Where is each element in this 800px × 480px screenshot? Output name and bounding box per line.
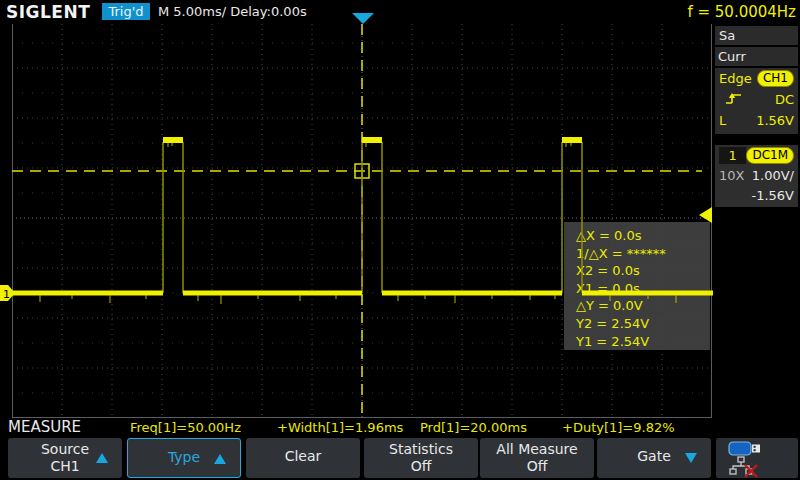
measure-period: Prd[1]=20.00ms	[420, 420, 527, 435]
channel-coupling-badge: DC1M	[746, 147, 794, 164]
statistics-button-label: Statistics	[364, 441, 478, 458]
usb-icon	[728, 440, 768, 457]
clear-button-label: Clear	[246, 438, 360, 474]
measure-freq: Freq[1]=50.00Hz	[130, 420, 241, 435]
vertical-scale-value: 1.00V/	[752, 168, 794, 183]
pulse-edges	[163, 142, 582, 293]
siglent-logo: SIGLENT	[6, 2, 90, 22]
graticule-grid	[0, 24, 713, 418]
trigger-position-marker-icon[interactable]	[352, 13, 374, 24]
clear-button[interactable]: Clear	[246, 438, 360, 478]
memory-depth-readout: Curr 17.5Mpts	[715, 47, 798, 66]
cursor-readout-panel: △X = 0.0s 1/△X = ****** X2 = 0.0s X1 = 0…	[564, 222, 710, 350]
up-arrow-icon	[214, 454, 226, 464]
softkey-menu: Source CH1 Type Clear Statistics Off All…	[0, 436, 800, 480]
top-status-bar: SIGLENT Trig'd M 5.00ms/ Delay:0.00s f =…	[0, 0, 800, 24]
down-arrow-icon	[685, 453, 697, 463]
cursor-delta-x: △X = 0.0s	[576, 227, 710, 245]
vertical-offset-value: -1.56V	[751, 188, 794, 203]
trigger-mode-label: Edge	[719, 71, 752, 86]
lan-disconnected-icon	[729, 456, 763, 478]
up-arrow-icon	[96, 453, 108, 463]
cursor-y1: Y1 = 2.54V	[576, 333, 710, 351]
cursor-delta-y: △Y = 0.0V	[576, 297, 710, 315]
trigger-level-marker-icon[interactable]	[699, 207, 712, 223]
oscilloscope-screen: SIGLENT Trig'd M 5.00ms/ Delay:0.00s f =…	[0, 0, 800, 480]
all-measure-button-value: Off	[480, 458, 594, 475]
right-info-sidebar: Sa 250MSa/s Curr 17.5Mpts Edge CH1 DC L …	[713, 24, 800, 418]
trigger-coupling-label: DC	[775, 92, 794, 107]
all-measure-button-label: All Measure	[480, 441, 594, 458]
frequency-counter: f = 50.0004Hz	[687, 3, 796, 21]
cursor-x1: X1 = 0.0s	[576, 280, 710, 298]
measure-title: MEASURE	[8, 418, 81, 436]
trigger-info-panel[interactable]: Edge CH1 DC L 1.56V	[715, 68, 798, 134]
cursor-x2: X2 = 0.0s	[576, 262, 710, 280]
trigger-level-value: 1.56V	[756, 113, 794, 128]
ch1-waveform-trace: 1	[0, 24, 713, 418]
measure-pos-duty: +Duty[1]=9.82%	[562, 420, 675, 435]
measure-pos-width: +Width[1]=1.96ms	[277, 420, 403, 435]
trigger-status-badge: Trig'd	[102, 3, 150, 20]
probe-attenuation-label: 10X	[719, 168, 744, 183]
type-button[interactable]: Type	[127, 438, 241, 478]
channel1-info-panel[interactable]: 1 DC1M 10X 1.00V/ -1.56V	[715, 145, 798, 207]
all-measure-button[interactable]: All Measure Off	[480, 438, 594, 478]
gate-button[interactable]: Gate	[597, 438, 711, 478]
waveform-display: △X = 0.0s 1/△X = ****** X2 = 0.0s X1 = 0…	[0, 24, 713, 418]
statistics-button-value: Off	[364, 458, 478, 475]
timebase-readout: M 5.00ms/ Delay:0.00s	[158, 4, 307, 19]
cursor-y2: Y2 = 2.54V	[576, 315, 710, 333]
status-icons-panel	[716, 438, 798, 478]
channel1-marker-label: 1	[3, 288, 10, 301]
channel-number-tab: 1	[719, 147, 746, 164]
source-button[interactable]: Source CH1	[8, 438, 122, 478]
statistics-button[interactable]: Statistics Off	[364, 438, 478, 478]
measurement-bar: MEASURE Freq[1]=50.00Hz +Width[1]=1.96ms…	[0, 418, 800, 436]
trigger-level-label: L	[719, 113, 726, 128]
sample-rate-readout: Sa 250MSa/s	[715, 26, 798, 45]
trigger-source-badge: CH1	[757, 70, 794, 87]
cursor-crosshair-marker[interactable]	[355, 164, 369, 178]
cursor-inv-delta-x: 1/△X = ******	[576, 245, 710, 263]
trigger-slope-rising-icon	[725, 91, 743, 109]
channel1-ground-marker-icon[interactable]	[0, 285, 15, 301]
